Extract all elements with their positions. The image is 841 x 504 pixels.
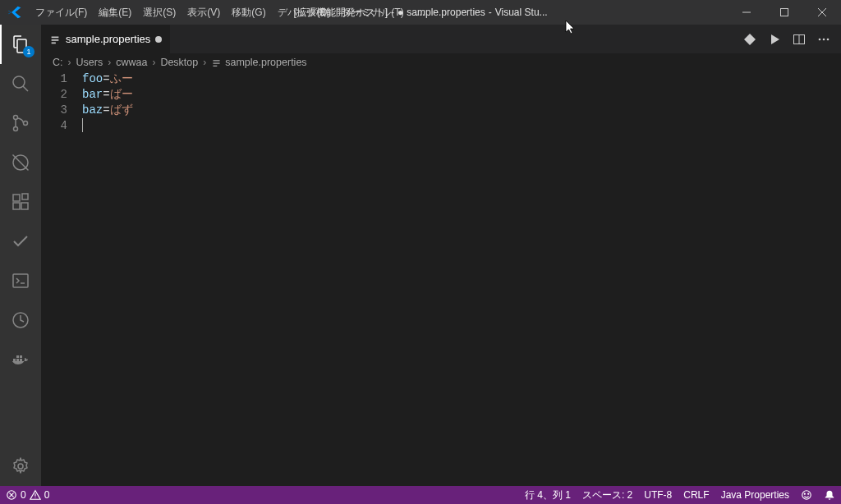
svg-rect-20 [52, 42, 56, 44]
menu-file[interactable]: ファイル(F) [30, 0, 93, 25]
status-notifications-icon[interactable] [818, 486, 841, 504]
code-line[interactable]: foo=ふー [82, 71, 841, 87]
menu-terminal[interactable]: ターミナル(T) [336, 0, 409, 25]
tab-label: sample.properties [66, 33, 150, 45]
svg-rect-12 [13, 359, 16, 361]
run-icon[interactable] [764, 29, 785, 50]
svg-rect-27 [214, 62, 220, 63]
status-feedback-icon[interactable] [795, 486, 818, 504]
editor[interactable]: 1 2 3 4 foo=ふー bar=ばー baz=ばず [41, 71, 841, 486]
crumb-user[interactable]: cwwaa [116, 57, 147, 68]
status-indent[interactable]: スペース: 2 [577, 486, 638, 504]
window-controls [728, 0, 841, 25]
status-problems[interactable]: 0 0 [0, 486, 55, 504]
compare-changes-icon[interactable] [739, 29, 761, 50]
menu-debug[interactable]: デバッグ(D) [272, 0, 337, 25]
code-line[interactable]: baz=ばず [82, 103, 841, 118]
code-content[interactable]: foo=ふー bar=ばー baz=ばず [82, 71, 841, 486]
activity-search[interactable] [0, 64, 41, 103]
close-button[interactable] [803, 0, 841, 25]
svg-rect-16 [20, 355, 22, 358]
activity-debug[interactable] [0, 143, 41, 182]
svg-point-30 [802, 491, 811, 500]
crumb-desktop[interactable]: Desktop [160, 57, 198, 68]
activity-docker[interactable] [0, 340, 41, 379]
vscode-logo-icon [7, 4, 23, 21]
activity-check[interactable] [0, 222, 41, 261]
chevron-right-icon: › [152, 57, 155, 68]
more-actions-icon[interactable] [813, 29, 834, 50]
menu-view[interactable]: 表示(V) [182, 0, 226, 25]
code-line[interactable]: bar=ばー [82, 87, 841, 103]
menu-more[interactable]: … [410, 0, 431, 25]
title-bar: ファイル(F) 編集(E) 選択(S) 表示(V) 移動(G) デバッグ(D) … [0, 0, 841, 25]
menu-go[interactable]: 移動(G) [226, 0, 271, 25]
svg-point-2 [14, 116, 18, 120]
crumb-file[interactable]: sample.properties [211, 57, 306, 68]
activity-settings[interactable] [0, 447, 41, 486]
status-encoding[interactable]: UTF-8 [638, 486, 678, 504]
activity-extensions[interactable] [0, 182, 41, 222]
chevron-right-icon: › [108, 57, 111, 68]
menu-selection[interactable]: 選択(S) [137, 0, 182, 25]
text-cursor [82, 118, 83, 132]
svg-rect-9 [22, 194, 28, 199]
editor-actions [739, 25, 841, 53]
svg-point-1 [13, 76, 25, 88]
activity-scm[interactable] [0, 103, 41, 143]
svg-rect-18 [52, 36, 59, 38]
svg-rect-8 [21, 203, 28, 209]
svg-rect-26 [214, 60, 220, 61]
editor-group: sample.properties C: › Users › cwwaa › D… [41, 25, 841, 486]
svg-point-32 [808, 493, 809, 494]
activity-terminal[interactable] [0, 261, 41, 300]
dirty-indicator-icon [155, 36, 162, 43]
svg-point-23 [819, 38, 821, 40]
svg-rect-10 [13, 274, 28, 287]
overview-ruler[interactable] [830, 71, 841, 486]
activity-wait[interactable] [0, 300, 41, 340]
svg-point-17 [18, 464, 23, 469]
file-icon [49, 34, 61, 45]
line-numbers: 1 2 3 4 [41, 71, 82, 486]
svg-point-24 [823, 38, 825, 40]
svg-rect-7 [13, 203, 20, 209]
breadcrumbs[interactable]: C: › Users › cwwaa › Desktop › sample.pr… [41, 53, 841, 71]
status-eol[interactable]: CRLF [678, 486, 715, 504]
crumb-users[interactable]: Users [76, 57, 103, 68]
svg-rect-28 [214, 65, 218, 66]
tabs-bar: sample.properties [41, 25, 841, 53]
maximize-button[interactable] [765, 0, 803, 25]
activity-bar: 1 [0, 25, 41, 486]
minimize-button[interactable] [728, 0, 765, 25]
chevron-right-icon: › [68, 57, 71, 68]
svg-rect-19 [52, 39, 59, 41]
svg-rect-0 [781, 9, 788, 16]
status-line-col[interactable]: 行 4、列 1 [519, 486, 577, 504]
svg-rect-14 [20, 359, 22, 361]
tab-sample-properties[interactable]: sample.properties [41, 25, 171, 53]
chevron-right-icon: › [203, 57, 206, 68]
menu-bar: ファイル(F) 編集(E) 選択(S) 表示(V) 移動(G) デバッグ(D) … [30, 0, 431, 25]
crumb-c[interactable]: C: [53, 57, 63, 68]
svg-rect-6 [13, 195, 20, 201]
status-bar: 0 0 行 4、列 1 スペース: 2 UTF-8 CRLF Java Prop… [0, 486, 841, 504]
svg-rect-13 [16, 359, 19, 361]
svg-point-25 [827, 38, 830, 40]
menu-edit[interactable]: 編集(E) [93, 0, 137, 25]
split-editor-icon[interactable] [788, 29, 810, 50]
status-language[interactable]: Java Properties [715, 486, 795, 504]
code-line[interactable] [82, 118, 841, 134]
svg-point-31 [804, 493, 805, 494]
svg-rect-15 [16, 355, 19, 358]
explorer-badge: 1 [23, 46, 34, 57]
activity-explorer[interactable]: 1 [0, 25, 41, 64]
svg-point-3 [14, 127, 18, 131]
